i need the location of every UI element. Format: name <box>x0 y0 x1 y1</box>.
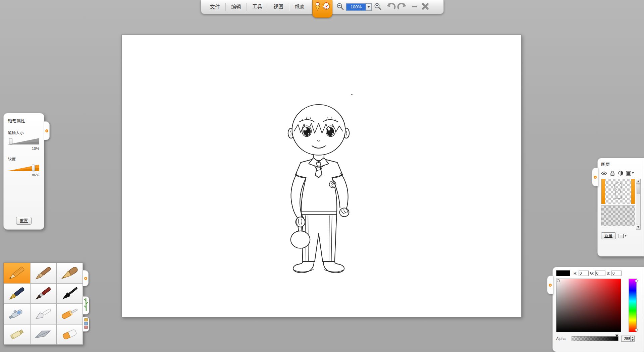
clown-face-icon <box>322 1 331 12</box>
list-icon <box>619 234 624 238</box>
red-label: R: <box>574 271 577 275</box>
hue-knob-top[interactable] <box>635 280 638 282</box>
chevron-down-icon <box>625 235 627 237</box>
saturation-value-picker[interactable] <box>556 279 621 332</box>
chevron-down-icon <box>367 6 370 8</box>
current-color-swatch[interactable] <box>556 270 570 276</box>
alpha-slider-pointer[interactable] <box>615 335 619 337</box>
zoom-out-button[interactable] <box>335 1 345 13</box>
sv-picker-cursor[interactable] <box>557 279 560 282</box>
layer-options-button[interactable] <box>626 171 634 176</box>
tool-ink-brush[interactable] <box>56 283 83 304</box>
tool-gold-brush[interactable] <box>56 263 83 283</box>
menu-view[interactable]: 视图 <box>268 0 289 14</box>
hue-knob-bottom[interactable] <box>635 329 638 331</box>
blue-label: B: <box>607 271 610 275</box>
stamps-icon <box>84 318 88 331</box>
brush-size-slider[interactable] <box>8 137 39 146</box>
tool-wooden-brush[interactable] <box>30 263 57 283</box>
alpha-slider[interactable] <box>572 336 619 341</box>
layer-item-below[interactable] <box>601 206 635 226</box>
tool-metal-quill[interactable] <box>30 324 57 345</box>
clown-figure-icon <box>314 1 321 13</box>
layers-panel-collapse-tab[interactable] <box>592 168 598 186</box>
hue-slider[interactable] <box>629 279 637 332</box>
new-layer-button[interactable]: 新建 <box>601 232 616 239</box>
layer-list-scrollbar[interactable] <box>636 179 641 230</box>
softness-handle[interactable] <box>32 165 35 171</box>
undo-icon <box>386 2 396 12</box>
red-input[interactable] <box>579 271 589 276</box>
pencil-properties-panel: 铅笔属性 笔触大小 10% 软度 86% 重置 <box>3 113 44 230</box>
zoom-in-button[interactable] <box>372 1 383 13</box>
panel-tab-icon <box>84 277 87 280</box>
alpha-label: Alpha <box>556 337 569 341</box>
nature-brushes-button[interactable] <box>83 296 89 314</box>
zoom-dropdown-button[interactable] <box>366 4 371 10</box>
menu-help[interactable]: 帮助 <box>289 0 310 14</box>
layer-menu-button[interactable] <box>619 234 627 238</box>
tool-palette-knife[interactable] <box>30 304 57 324</box>
redo-icon <box>397 2 407 12</box>
spinner-down-button[interactable] <box>631 339 634 341</box>
eye-icon <box>601 171 607 175</box>
tool-fountain-pen[interactable] <box>4 283 30 304</box>
menu-tools[interactable]: 工具 <box>247 0 268 14</box>
mascot-clown-tab[interactable] <box>312 0 332 18</box>
stamp-brushes-button[interactable] <box>83 317 89 332</box>
pencil-panel-title: 铅笔属性 <box>8 118 40 124</box>
alpha-value-input[interactable] <box>622 336 630 341</box>
canvas-drawing-boy <box>279 94 363 280</box>
zoom-level-combo[interactable]: 100% <box>346 3 372 11</box>
spinner-up-button[interactable] <box>631 336 634 339</box>
tool-paint-roller[interactable] <box>56 304 83 324</box>
tool-pencil[interactable] <box>4 263 30 283</box>
panel-tab-icon <box>594 176 597 179</box>
panel-tab-icon <box>45 129 48 132</box>
menu-edit[interactable]: 编辑 <box>226 0 247 14</box>
close-button[interactable] <box>420 1 431 13</box>
tool-airbrush[interactable] <box>4 304 30 324</box>
undo-button[interactable] <box>386 1 396 13</box>
panel-tab-icon <box>549 284 552 287</box>
brush-tool-palette <box>3 262 83 345</box>
scroll-up-button[interactable] <box>636 179 640 184</box>
chevron-up-icon <box>637 180 639 182</box>
green-label: G: <box>590 271 594 275</box>
layer-item-current[interactable] <box>601 179 635 204</box>
green-input[interactable] <box>595 271 605 276</box>
tool-paint-tube[interactable] <box>4 324 30 345</box>
layer-lock-button[interactable] <box>609 170 615 176</box>
tool-eraser[interactable] <box>56 324 83 345</box>
layer-visibility-button[interactable] <box>601 171 607 175</box>
reset-button[interactable]: 重置 <box>16 217 32 225</box>
softness-label: 软度 <box>8 157 40 162</box>
redo-button[interactable] <box>396 1 407 13</box>
tool-red-brush[interactable] <box>30 283 57 304</box>
brush-size-track[interactable] <box>8 137 39 145</box>
bamboo-icon <box>84 297 88 313</box>
alpha-spinner[interactable] <box>630 336 634 341</box>
menu-file[interactable]: 文件 <box>205 0 225 14</box>
main-toolbar: 文件 编辑 工具 视图 帮助 <box>201 0 444 14</box>
contrast-icon <box>618 170 624 176</box>
pencil-panel-collapse-tab[interactable] <box>44 121 50 140</box>
color-panel-collapse-tab[interactable] <box>547 276 553 294</box>
brush-size-handle[interactable] <box>9 138 12 144</box>
zoom-in-icon <box>374 2 382 12</box>
blue-input[interactable] <box>611 271 622 276</box>
canvas-stray-mark <box>351 94 353 95</box>
brush-size-value: 10% <box>8 146 39 151</box>
chevron-down-icon <box>632 339 634 341</box>
brush-size-label: 笔触大小 <box>8 130 40 136</box>
scrollbar-thumb[interactable] <box>637 184 640 194</box>
layer-opacity-button[interactable] <box>618 170 624 176</box>
scroll-down-button[interactable] <box>636 225 640 229</box>
zoom-level-value[interactable]: 100% <box>346 4 366 10</box>
tool-palette-collapse-tab[interactable] <box>83 270 89 286</box>
drawing-canvas[interactable] <box>121 35 522 317</box>
softness-slider[interactable] <box>8 164 39 172</box>
minimize-button[interactable] <box>409 1 420 13</box>
app-background: 文件 编辑 工具 视图 帮助 <box>0 0 644 352</box>
chevron-down-icon <box>632 172 634 174</box>
